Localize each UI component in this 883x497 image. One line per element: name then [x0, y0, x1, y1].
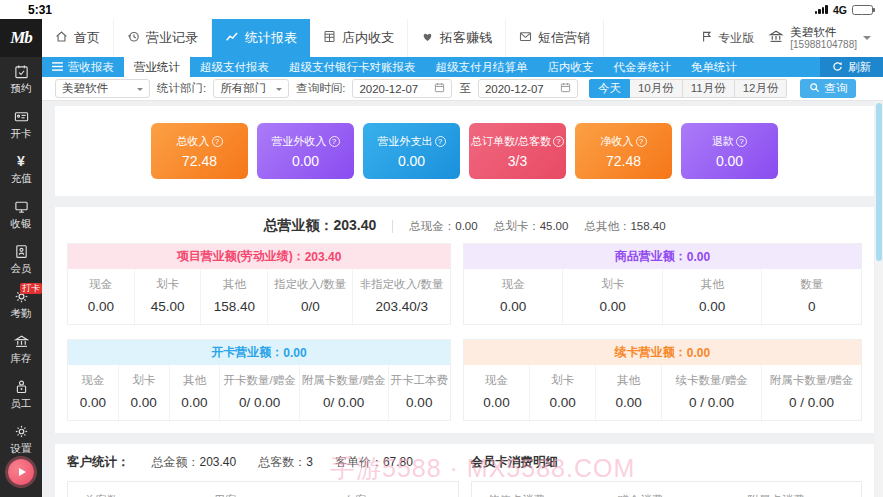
col-value: 0.00 [549, 395, 575, 410]
stat-value: 3 [306, 455, 313, 469]
sidebar-item-settings[interactable]: 设置 [0, 417, 42, 462]
tab-sms-marketing[interactable]: 短信营销 [506, 19, 604, 57]
subtab-voucher-statistics[interactable]: 代金券统计 [604, 57, 682, 77]
subtab-super-pay-bankcard[interactable]: 超级支付银行卡对账报表 [279, 57, 426, 77]
scrollbar-thumb[interactable] [876, 103, 882, 261]
total-cash-label: 总现金： [409, 220, 455, 232]
col-header: 划卡 [132, 373, 155, 388]
card-total-income[interactable]: 总收入? 72.48 [151, 123, 248, 179]
column-header: 储值卡消费 [472, 482, 602, 497]
date-from-input[interactable]: 2020-12-07 [352, 79, 452, 98]
stat-label: 总客数： [258, 455, 306, 469]
refresh-icon [832, 61, 843, 74]
subtab-label: 免单统计 [691, 60, 737, 75]
help-icon[interactable]: ? [329, 136, 340, 147]
clock-in-badge[interactable]: 打卡 [20, 283, 42, 294]
search-button[interactable]: 查询 [800, 79, 856, 98]
stat-label: 总金额： [152, 455, 200, 469]
refresh-button[interactable]: 刷新 [820, 57, 883, 77]
subtab-label: 超级支付月结算单 [436, 60, 528, 75]
subtab-business-statistics[interactable]: 营业统计 [124, 57, 190, 77]
edition-badge[interactable]: 专业版 [701, 30, 754, 47]
subtab-label: 超级支付银行卡对账报表 [289, 60, 416, 75]
help-icon[interactable]: ? [553, 136, 564, 147]
sidebar-item-staff[interactable]: 员工 [0, 372, 42, 417]
col-header: 其他 [617, 373, 640, 388]
sidebar-item-members[interactable]: 会员 [0, 237, 42, 282]
card-non-operating-income[interactable]: 营业外收入? 0.00 [257, 123, 354, 179]
total-turnover-label: 总营业额： [263, 217, 333, 233]
goods-turnover-table: 商品营业额：0.00 现金0.00 划卡0.00 其他0.00 数量0 [463, 243, 862, 325]
sidebar-item-recharge[interactable]: ¥ 充值 [0, 147, 42, 192]
subtab-free-order-statistics[interactable]: 免单统计 [681, 57, 747, 77]
tab-customer-acquisition[interactable]: 拓客赚钱 [408, 19, 506, 57]
bank-icon [14, 334, 29, 349]
subtab-revenue-report[interactable]: 营收报表 [42, 57, 124, 77]
quick-october-button[interactable]: 10月份 [630, 79, 683, 98]
quick-november-button[interactable]: 11月份 [683, 79, 735, 98]
status-bar: 5:31 4G [0, 0, 883, 19]
col-value: 0.00 [88, 299, 114, 314]
sidebar-item-label: 库存 [11, 352, 32, 366]
project-turnover-table: 项目营业额(劳动业绩)：203.40 现金0.00 划卡45.00 其他158.… [67, 243, 451, 325]
member-detail-title: 会员卡消费明细 [471, 454, 559, 471]
total-cash-value: 0.00 [455, 220, 477, 232]
tab-label: 拓客赚钱 [440, 29, 492, 47]
subtab-super-pay-report[interactable]: 超级支付报表 [190, 57, 279, 77]
filter-bar: 美碧软件 统计部门: 所有部门 查询时间: 2020-12-07 至 2020-… [42, 77, 883, 101]
dept-select[interactable]: 所有部门 [213, 79, 289, 98]
help-icon[interactable]: ? [435, 136, 446, 147]
column-header: 男客 [198, 482, 328, 497]
bank-icon [768, 29, 784, 48]
dept-select-value: 所有部门 [220, 81, 266, 96]
col-header: 现金 [485, 373, 508, 388]
card-value: 0.00 [398, 153, 425, 169]
help-icon[interactable]: ? [736, 136, 747, 147]
subtab-label: 代金券统计 [614, 60, 672, 75]
sidebar-item-booking[interactable]: 预约 [0, 57, 42, 102]
pennant-icon [701, 30, 713, 46]
line-chart-icon [225, 30, 239, 46]
account-menu[interactable]: 美碧软件 [15988104788] [768, 26, 871, 51]
card-label: 营业外收入 [272, 134, 327, 149]
col-value: 158.40 [214, 299, 255, 314]
card-net-income[interactable]: 净收入? 72.48 [575, 123, 672, 179]
card-refund[interactable]: 退款? 0.00 [681, 123, 778, 179]
play-button[interactable] [8, 459, 34, 485]
sidebar-item-label: 会员 [11, 262, 32, 276]
tab-business-records[interactable]: 营业记录 [114, 19, 212, 57]
card-non-operating-expense[interactable]: 营业外支出? 0.00 [363, 123, 460, 179]
stat-value: 67.80 [383, 455, 413, 469]
sidebar-item-label: 考勤 [11, 307, 32, 321]
sidebar-item-label: 设置 [11, 442, 32, 456]
play-icon [19, 468, 26, 476]
col-value: 45.00 [151, 299, 185, 314]
goods-turnover-header: 商品营业额：0.00 [464, 244, 861, 269]
tab-home[interactable]: 首页 [42, 19, 114, 57]
sidebar-item-attendance[interactable]: 打卡 考勤 [0, 282, 42, 327]
table-title: 续卡营业额： [615, 344, 687, 361]
subtab-store-finance[interactable]: 店内收支 [538, 57, 604, 77]
sidebar-item-open-card[interactable]: 开卡 [0, 102, 42, 147]
card-orders-customers[interactable]: 总订单数/总客数? 3/3 [469, 123, 566, 179]
sidebar-item-inventory[interactable]: 库存 [0, 327, 42, 372]
subtab-super-pay-monthly[interactable]: 超级支付月结算单 [426, 57, 538, 77]
column-header: 赠金消费 [601, 482, 731, 497]
card-opening-turnover-table: 开卡营业额：0.00 现金0.00 划卡0.00 其他0.00 开卡数量/赠金0… [67, 339, 451, 421]
date-to-input[interactable]: 2020-12-07 [478, 79, 578, 98]
tab-store-finance[interactable]: 店内收支 [310, 19, 408, 57]
subtab-label: 店内收支 [548, 60, 594, 75]
sidebar: Mb 预约 开卡 ¥ 充值 收银 会员 打卡 考勤 库存 [0, 19, 42, 497]
tab-statistics-reports[interactable]: 统计报表 [212, 19, 310, 57]
quick-december-button[interactable]: 12月份 [735, 79, 788, 98]
quick-today-button[interactable]: 今天 [589, 79, 630, 98]
home-icon [55, 30, 68, 46]
sidebar-item-cashier[interactable]: 收银 [0, 192, 42, 237]
card-value: 0.00 [292, 153, 319, 169]
help-icon[interactable]: ? [636, 136, 647, 147]
col-header: 其他 [223, 277, 246, 292]
store-select[interactable]: 美碧软件 [55, 79, 150, 98]
sidebar-item-label: 收银 [11, 217, 32, 231]
sidebar-item-label: 员工 [11, 397, 32, 411]
help-icon[interactable]: ? [212, 136, 223, 147]
